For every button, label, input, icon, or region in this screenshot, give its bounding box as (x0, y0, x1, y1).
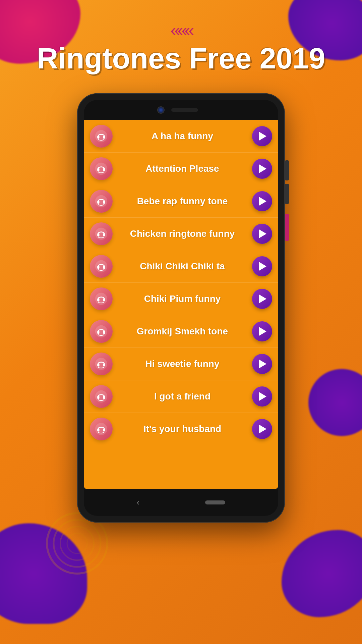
ringtone-item[interactable]: Hi sweetie funny (84, 348, 278, 380)
ringtone-icon (90, 320, 113, 343)
play-button[interactable] (252, 289, 272, 309)
ringtone-item[interactable]: It's your husband (84, 413, 278, 445)
play-button[interactable] (252, 126, 272, 146)
headphone-svg (95, 162, 108, 175)
phone-speaker (171, 108, 198, 112)
ringtone-icon (90, 385, 113, 408)
ringtone-item[interactable]: Chiki Chiki Chiki ta (84, 250, 278, 283)
phone-side-buttons (285, 160, 289, 241)
play-icon (259, 229, 266, 238)
svg-rect-27 (103, 266, 105, 269)
svg-rect-42 (103, 363, 105, 366)
ringtone-name: Chiki Pium funny (118, 293, 247, 304)
ringtone-item[interactable]: Attention Please (84, 153, 278, 185)
ringtone-name: Chiki Chiki Chiki ta (118, 261, 247, 272)
play-icon (259, 164, 266, 173)
headphone-svg (95, 422, 108, 436)
play-icon (259, 294, 266, 303)
headphone-svg (95, 390, 108, 403)
play-button[interactable] (252, 354, 272, 374)
ringtone-name: Attention Please (118, 163, 247, 174)
ringtone-name: Chicken ringtone funny (118, 228, 247, 239)
svg-rect-17 (103, 201, 105, 204)
ringtone-icon (90, 287, 113, 310)
volume-button (285, 160, 289, 180)
ringtone-name: It's your husband (118, 424, 247, 434)
svg-rect-12 (103, 168, 105, 171)
ringtone-name: Bebe rap funny tone (118, 196, 247, 207)
ringtone-icon (90, 353, 113, 375)
svg-rect-15 (97, 201, 99, 204)
blob-bottom-right (282, 530, 362, 617)
app-title: Ringtones Free 2019 (0, 44, 362, 73)
power-button (285, 214, 289, 241)
headphone-svg (95, 357, 108, 371)
phone-top-bar (84, 100, 278, 120)
svg-point-2 (60, 527, 94, 560)
ringtone-item[interactable]: Chiki Pium funny (84, 283, 278, 315)
svg-point-3 (67, 533, 87, 553)
play-button[interactable] (252, 321, 272, 341)
headphone-svg (95, 292, 108, 306)
svg-rect-45 (97, 396, 99, 399)
svg-rect-50 (97, 428, 99, 431)
ringtone-item[interactable]: Chicken ringtone funny (84, 218, 278, 250)
ringtone-icon (90, 157, 113, 180)
ringtone-item[interactable]: I got a friend (84, 380, 278, 413)
headphone-svg (95, 227, 108, 240)
svg-rect-5 (97, 136, 99, 139)
svg-rect-32 (103, 298, 105, 301)
play-icon (259, 392, 266, 401)
ringtone-name: Gromkij Smekh tone (118, 326, 247, 337)
headphone-svg (95, 129, 108, 143)
phone-camera (157, 106, 165, 114)
play-button[interactable] (252, 159, 272, 179)
phone-screen: A ha ha funny Attention Please (84, 120, 278, 489)
play-icon (259, 360, 266, 368)
nav-back-icon[interactable]: ‹ (137, 498, 139, 507)
back-arrows-icon: ««« (0, 20, 362, 40)
ringtone-item[interactable]: Gromkij Smekh tone (84, 315, 278, 348)
volume-button-2 (285, 184, 289, 204)
phone-bottom-bar: ‹ (84, 489, 278, 516)
svg-rect-40 (97, 363, 99, 366)
ringtone-name: I got a friend (118, 391, 247, 402)
svg-rect-35 (97, 331, 99, 334)
play-icon (259, 197, 266, 206)
play-icon (259, 262, 266, 271)
svg-rect-47 (103, 396, 105, 399)
play-button[interactable] (252, 419, 272, 439)
svg-rect-37 (103, 331, 105, 334)
svg-rect-30 (97, 298, 99, 301)
play-button[interactable] (252, 191, 272, 211)
ringtone-icon (90, 125, 113, 148)
ringtone-list: A ha ha funny Attention Please (84, 120, 278, 445)
svg-rect-22 (103, 233, 105, 236)
ringtone-item[interactable]: Bebe rap funny tone (84, 185, 278, 218)
ringtone-icon (90, 222, 113, 245)
ringtone-name: Hi sweetie funny (118, 359, 247, 369)
play-icon (259, 425, 266, 433)
phone-container: A ha ha funny Attention Please (0, 93, 362, 523)
play-button[interactable] (252, 386, 272, 407)
svg-rect-25 (97, 266, 99, 269)
headphone-svg (95, 260, 108, 273)
ringtone-name: A ha ha funny (118, 131, 247, 142)
svg-rect-20 (97, 233, 99, 236)
play-icon (259, 327, 266, 336)
play-button[interactable] (252, 224, 272, 244)
headphone-svg (95, 195, 108, 208)
ringtone-icon (90, 190, 113, 213)
ringtone-icon (90, 255, 113, 278)
svg-rect-52 (103, 428, 105, 431)
play-icon (259, 132, 266, 141)
headphone-svg (95, 325, 108, 338)
play-button[interactable] (252, 256, 272, 276)
svg-rect-10 (97, 168, 99, 171)
phone-mockup: A ha ha funny Attention Please (77, 93, 285, 523)
svg-rect-7 (103, 136, 105, 139)
ringtone-item[interactable]: A ha ha funny (84, 120, 278, 153)
header: ««« Ringtones Free 2019 (0, 0, 362, 73)
ringtone-icon (90, 418, 113, 440)
nav-home-button[interactable] (205, 500, 225, 504)
